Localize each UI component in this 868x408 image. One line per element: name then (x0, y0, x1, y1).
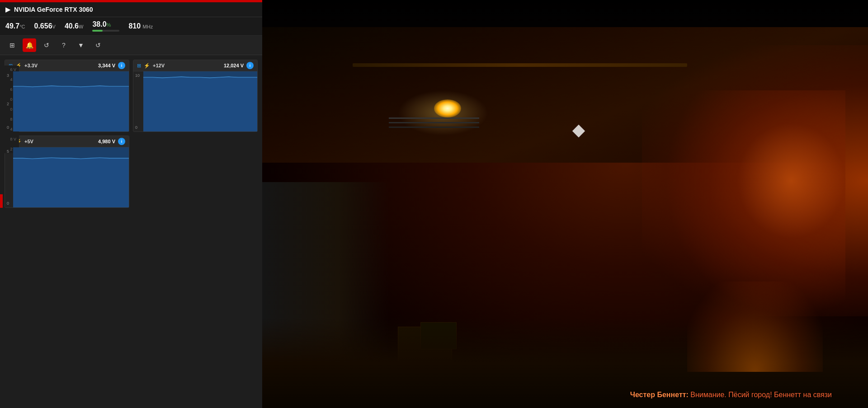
chart-12v-info-button[interactable]: i (246, 62, 254, 69)
game-background: Честер Беннетт: Внимание. Пёсий город! Б… (262, 0, 868, 408)
chart-5v-svg (13, 147, 129, 207)
chart-12v-ymin: 0 (135, 125, 137, 130)
chart-empty-slot (133, 136, 258, 208)
chart-5v-value: 4,980 V (98, 139, 115, 144)
subtitle-content: Внимание. Пёсий город! Беннетт на связи (690, 391, 832, 399)
chart-33v-info-button[interactable]: i (118, 62, 125, 69)
help-button[interactable]: ? (57, 38, 71, 52)
reset-button[interactable]: ↺ (91, 38, 105, 52)
utilization-bar-inner (92, 30, 103, 32)
railing-2 (389, 122, 479, 123)
clock-stat: 810 MHz (128, 23, 153, 30)
chart-5v-value-area: 4,980 V i (98, 138, 125, 145)
svg-marker-3 (143, 77, 257, 131)
chart-33v-value-area: 3,344 V i (98, 62, 125, 69)
utilization-value: 38.0% (92, 21, 111, 28)
chart-33v-ymin: 0 (7, 125, 9, 130)
gpu-title-bar: ▶ NVIDIA GeForce RTX 3060 (0, 2, 262, 17)
utilization-stat: 38.0% (92, 21, 119, 32)
side-label-8: 8 V (1, 137, 18, 141)
left-panel: ▶ NVIDIA GeForce RTX 3060 49.7°C 0.656V … (0, 0, 262, 408)
chart-33v-value: 3,344 V (98, 63, 115, 68)
svg-marker-1 (13, 86, 129, 131)
subtitle-bar: Честер Беннетт: Внимание. Пёсий город! Б… (262, 391, 868, 399)
railing-3 (389, 127, 479, 128)
light-source (434, 99, 461, 117)
svg-marker-5 (13, 158, 129, 207)
chart-33v-card: ⊞ ⚡ +3.3V 3,344 V i 3 2 0 (5, 60, 129, 132)
stats-row: 49.7°C 0.656V 40.6W 38.0% 810 MHz (0, 17, 262, 36)
chart-12v-power-icon: ⚡ (144, 63, 150, 69)
chart-12v-sensor-icon: ⊞ (137, 63, 141, 69)
subtitle-name: Честер Беннетт: (630, 391, 689, 399)
chart-33v-header: ⊞ ⚡ +3.3V 3,344 V i (5, 60, 129, 71)
chart-12v-header: ⊞ ⚡ +12V 12,024 V i (133, 60, 257, 71)
chart-5v-ymin: 0 (7, 201, 9, 206)
chart-5v-body: 5 0 (5, 147, 129, 207)
chart-5v-name: +5V (24, 139, 33, 144)
chart-12v-name: +12V (153, 63, 165, 68)
red-indicator (0, 194, 3, 208)
graph-button[interactable]: ↺ (40, 38, 53, 52)
chart-33v-ymax: 3 (7, 73, 9, 78)
charts-container: 6 V 4 V 6 V 0 V 0 V 8 V 4 V 8 V 2 V ⊞ ⚡ … (0, 55, 262, 408)
chart-33v-ymid: 2 (7, 102, 9, 106)
fire-glow (687, 281, 823, 372)
chart-5v-ymax: 5 (7, 149, 9, 154)
voltage-stat: 0.656V (34, 23, 55, 30)
summary-button[interactable]: ⊞ (5, 38, 19, 52)
temperature-stat: 49.7°C (5, 23, 25, 30)
filter-button[interactable]: ▼ (74, 38, 88, 52)
chart-33v-svg (13, 71, 129, 131)
chart-12v-value: 12,024 V (224, 63, 244, 68)
chart-5v-info-button[interactable]: i (118, 138, 125, 145)
chart-33v-name: +3.3V (24, 63, 38, 68)
chart-12v-svg (143, 71, 257, 131)
gpu-icon: ▶ (5, 6, 10, 13)
right-panel: Честер Беннетт: Внимание. Пёсий город! Б… (262, 0, 868, 408)
power-stat: 40.6W (65, 23, 84, 30)
temperature-value: 49.7°C (5, 23, 25, 30)
charts-area: ⊞ ⚡ +3.3V 3,344 V i 3 2 0 (0, 55, 262, 408)
toolbar: ⊞ 🔔 ↺ ? ▼ ↺ (0, 36, 262, 55)
voltage-value: 0.656V (34, 23, 55, 30)
power-value: 40.6W (65, 23, 84, 30)
chart-12v-ymax: 10 (135, 73, 140, 78)
chart-12v-card: ⊞ ⚡ +12V 12,024 V i 10 0 (133, 60, 258, 132)
clock-value: 810 MHz (128, 23, 153, 30)
gpu-title: NVIDIA GeForce RTX 3060 (14, 6, 93, 13)
utilization-bar-outer (92, 30, 119, 32)
game-scene: Честер Беннетт: Внимание. Пёсий город! Б… (262, 0, 868, 408)
beam-horizontal (353, 63, 687, 67)
chart-12v-body: 10 0 (133, 71, 257, 131)
chart-33v-body: 3 2 0 (5, 71, 129, 131)
chart-12v-header-left: ⊞ ⚡ +12V (137, 63, 165, 69)
chart-5v-header: ⊞ ⚡ +5V 4,980 V i (5, 136, 129, 147)
subtitle-text: Честер Беннетт: Внимание. Пёсий город! Б… (630, 391, 832, 399)
alert-button[interactable]: 🔔 (23, 38, 36, 52)
chart-5v-card: ⊞ ⚡ +5V 4,980 V i 5 0 (5, 136, 129, 208)
chart-12v-value-area: 12,024 V i (224, 62, 254, 69)
railing-1 (389, 117, 479, 119)
